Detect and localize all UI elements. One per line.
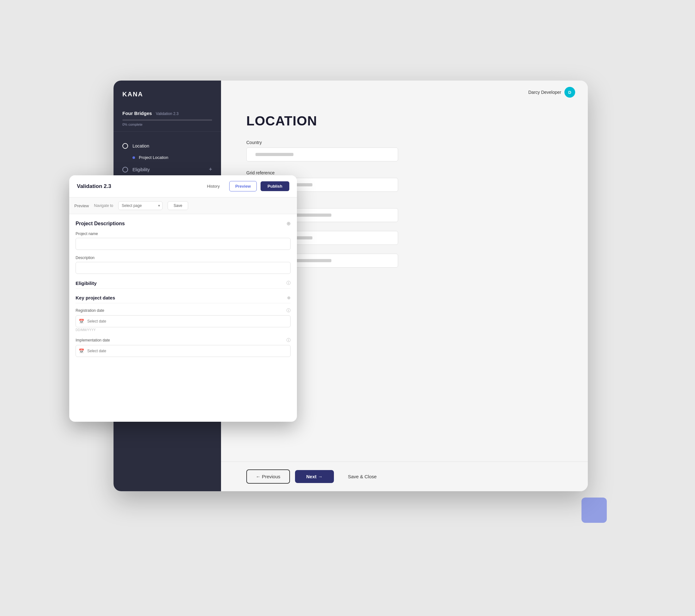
user-avatar: D [564,87,575,98]
page-title: LOCATION [246,113,569,128]
eligibility-section-header: Eligibility ⓘ [75,280,291,289]
registration-date-info-icon[interactable]: ⓘ [287,308,291,313]
project-name-input[interactable] [75,238,291,250]
sidebar-project: Four Bridges Validation 2.3 0% complete [114,106,221,132]
nav-circle-eligibility [122,167,128,173]
project-descriptions-header: Project Descriptions ⊕ [75,221,291,227]
validation-body: Project Descriptions ⊕ Project name Desc… [69,214,297,422]
sidebar-item-label-location: Location [133,143,149,148]
implementation-date-label: Implementation date [75,338,110,342]
implementation-date-group: Implementation date ⓘ 📅 [75,337,291,357]
project-descriptions-title: Project Descriptions [75,221,125,227]
sidebar-item-eligibility[interactable]: Eligibility + [114,162,221,177]
toolbar-navigate-label: Navigate to [94,204,113,208]
project-tag: Validation 2.3 [156,111,179,116]
page-select[interactable]: Select page [118,201,163,210]
validation-toolbar: Preview Navigate to Select page Save [69,197,297,214]
validation-title: Validation 2.3 [77,183,111,190]
project-name-group: Project name [75,232,291,250]
validation-window: Validation 2.3 History Preview Publish P… [69,175,297,422]
history-button[interactable]: History [201,181,225,191]
implementation-cal-icon: 📅 [79,349,84,353]
brand-logo: KANA [114,81,221,106]
implementation-date-info-icon[interactable]: ⓘ [287,337,291,343]
country-input[interactable] [246,147,398,161]
nav-dot-project-location [133,156,135,159]
sidebar-sub-label-project-location: Project Location [139,155,168,160]
registration-date-label: Registration date [75,308,104,313]
description-input[interactable] [75,262,291,274]
registration-date-group: Registration date ⓘ 📅 DD/MM/YYYY [75,308,291,332]
toolbar-preview-label: Preview [74,204,89,208]
registration-date-wrap: 📅 [75,315,291,327]
grid-ref-label: Grid reference [246,170,569,175]
validation-header-actions: History Preview Publish [201,181,289,191]
progress-bar-wrap [122,119,212,121]
key-dates-info-icon[interactable]: ⊕ [287,295,291,300]
page-select-wrap: Select page [118,201,163,210]
project-name: Four Bridges [122,110,152,116]
progress-label: 0% complete [122,123,212,126]
implementation-date-wrap: 📅 [75,345,291,357]
country-label: Country [246,140,569,145]
description-label: Description [75,256,291,260]
registration-cal-icon: 📅 [79,319,84,324]
publish-button[interactable]: Publish [260,181,289,191]
user-badge: Darcy Developer D [528,87,575,98]
country-group: Country [246,140,569,161]
bottom-actions: ← Previous Next → Save & Close [221,461,588,491]
sidebar-item-location[interactable]: Location [114,139,221,153]
registration-date-input[interactable] [75,315,291,327]
sidebar-item-label-eligibility: Eligibility [133,167,150,172]
description-group: Description [75,256,291,274]
nav-circle-location [122,143,128,149]
validation-header: Validation 2.3 History Preview Publish [69,175,297,197]
eligibility-section-title: Eligibility [75,281,97,286]
country-placeholder [255,153,293,156]
key-dates-section-header: Key project dates ⊕ [75,295,291,303]
eligibility-info-icon[interactable]: ⓘ [287,280,291,286]
project-name-label: Project name [75,232,291,236]
sidebar-sub-project-location[interactable]: Project Location [114,153,221,162]
implementation-date-input[interactable] [75,345,291,357]
preview-button[interactable]: Preview [229,181,257,191]
registration-date-format: DD/MM/YYYY [75,328,291,332]
next-button[interactable]: Next → [295,470,334,483]
main-header: Darcy Developer D [221,81,588,104]
user-name: Darcy Developer [528,90,561,95]
decorative-blue-element [581,497,607,523]
previous-button[interactable]: ← Previous [246,470,290,483]
save-close-button[interactable]: Save & Close [339,470,386,483]
toolbar-save-button[interactable]: Save [168,201,188,210]
key-dates-section-title: Key project dates [75,295,115,300]
expand-eligibility-icon: + [209,166,212,173]
expand-section-icon[interactable]: ⊕ [287,221,291,227]
